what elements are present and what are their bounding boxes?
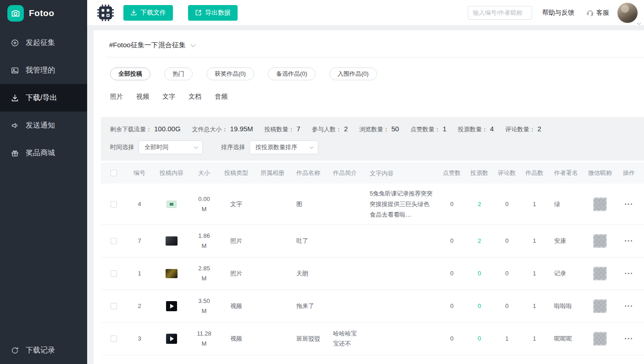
cell-votes[interactable]: 2 (466, 225, 493, 257)
table-row: 23.50M视频拖来了0001啦啦啦··· (101, 290, 644, 323)
cell-votes[interactable]: 0 (466, 258, 493, 290)
brand-logo[interactable]: Fotoo (0, 0, 87, 27)
filter-pill[interactable]: 热门 (164, 67, 193, 80)
sidebar-item-notify[interactable]: 发送通知 (0, 112, 87, 139)
sidebar-item-prizes[interactable]: 奖品商城 (0, 139, 87, 167)
column-header: 投票数 (466, 162, 493, 184)
cell-likes: 0 (438, 258, 466, 290)
row-actions-button[interactable]: ··· (625, 302, 633, 310)
stat-value: 1 (443, 125, 446, 133)
user-avatar[interactable] (617, 3, 638, 23)
sidebar-item-managed[interactable]: 我管理的 (0, 56, 87, 84)
column-header: 所属相册 (255, 162, 290, 184)
filter-pill[interactable]: 全部投稿 (110, 67, 150, 80)
cell-actions: ··· (614, 225, 644, 257)
submission-thumbnail[interactable] (167, 201, 177, 208)
topbar: 下载文件 导出数据 帮助与反馈 客服 (87, 0, 644, 25)
tab-音频[interactable]: 音频 (215, 93, 228, 101)
tab-照片[interactable]: 照片 (110, 93, 123, 101)
stat-item: 参与人数：2 (312, 125, 348, 134)
sort-filter-select[interactable]: 按投票数量排序 (250, 140, 318, 154)
cell-album (255, 225, 290, 257)
sidebar-item-label: 我管理的 (26, 66, 55, 75)
customer-support-link[interactable]: 客服 (586, 9, 609, 17)
sidebar-item-download[interactable]: 下载/导出 (0, 84, 87, 112)
chip-icon[interactable] (96, 4, 115, 22)
sort-filter-label: 排序选择 (221, 143, 245, 151)
stat-item: 投票数量：4 (458, 125, 494, 134)
table-row: 71.86M照片吐了0201安康··· (101, 225, 644, 258)
export-data-button[interactable]: 导出数据 (188, 5, 238, 21)
sidebar-item-label: 下载/导出 (26, 93, 57, 103)
row-checkbox[interactable] (111, 270, 117, 277)
row-actions-button[interactable]: ··· (625, 201, 633, 208)
stat-label: 浏览数量： (359, 125, 389, 134)
filter-pill[interactable]: 备选作品(0) (268, 67, 316, 80)
row-actions-button[interactable]: ··· (625, 335, 633, 342)
row-actions-button[interactable]: ··· (625, 237, 633, 245)
submission-thumbnail[interactable] (166, 301, 177, 311)
cell-checkbox (101, 184, 126, 224)
header-checkbox-cell (101, 162, 126, 184)
column-header: 作品数 (521, 162, 548, 184)
row-checkbox[interactable] (111, 303, 117, 309)
chevron-down-icon[interactable] (190, 42, 195, 47)
cell-votes[interactable]: 2 (466, 184, 493, 224)
cell-actions: ··· (614, 258, 644, 290)
sidebar-item-download-history[interactable]: 下载记录 (0, 341, 87, 360)
cell-votes[interactable]: 0 (466, 290, 493, 322)
cell-actions: ··· (614, 184, 644, 224)
row-checkbox[interactable] (111, 336, 117, 342)
cell-id: 2 (126, 290, 153, 322)
cell-album (255, 290, 290, 322)
submission-thumbnail[interactable] (166, 334, 177, 344)
cell-votes[interactable]: 0 (466, 323, 493, 355)
cell-text: 5兔兔听课记录推荐突突突摸摸提供三巨头绿色食品去看看啦… (364, 184, 438, 224)
submission-thumbnail[interactable] (166, 236, 178, 246)
wechat-avatar-blurred (593, 267, 607, 280)
cell-intro (327, 290, 364, 322)
filter-pill[interactable]: 入围作品(0) (329, 67, 377, 80)
search-input[interactable] (468, 6, 532, 20)
cell-type: 照片 (218, 258, 255, 290)
cell-works: 1 (521, 258, 548, 290)
column-header: 点赞数 (438, 162, 466, 184)
cell-wechat (586, 184, 614, 224)
table-body: 40.00M文字图5兔兔听课记录推荐突突突摸摸提供三巨头绿色食品去看看啦…020… (101, 184, 644, 355)
cell-album (255, 258, 290, 290)
tab-文档[interactable]: 文档 (189, 93, 201, 101)
download-files-button[interactable]: 下载文件 (123, 5, 173, 21)
row-checkbox[interactable] (111, 201, 117, 207)
tab-视频[interactable]: 视频 (136, 93, 149, 101)
tab-文字[interactable]: 文字 (162, 93, 175, 101)
column-header: 投稿类型 (218, 162, 255, 184)
cell-likes: 0 (438, 225, 466, 257)
headset-icon (586, 9, 594, 17)
cell-comments: 1 (493, 323, 521, 355)
cell-album (255, 184, 290, 224)
cell-thumbnail (153, 290, 190, 322)
row-checkbox[interactable] (111, 238, 117, 244)
row-actions-button[interactable]: ··· (625, 270, 633, 277)
wechat-avatar-blurred (593, 299, 607, 313)
stat-item: 剩余下载流量：100.00G (110, 125, 181, 134)
help-feedback-link[interactable]: 帮助与反馈 (542, 9, 574, 17)
sort-filter-value: 按投票数量排序 (255, 143, 297, 151)
sidebar-item-create[interactable]: 发起征集 (0, 29, 87, 56)
submission-thumbnail[interactable] (166, 269, 178, 278)
cell-size: 3.50M (190, 290, 218, 322)
wechat-avatar-blurred (593, 197, 607, 211)
gallery-manage-icon (10, 66, 19, 75)
cell-comments: 0 (493, 258, 521, 290)
cell-intro: 哈哈哈宝宝还不 (327, 323, 364, 355)
avatar-image (617, 3, 638, 23)
cell-wechat (586, 225, 614, 257)
chevron-down-icon (637, 21, 641, 24)
filter-pill[interactable]: 获奖作品(0) (206, 67, 254, 80)
time-filter-select[interactable]: 全部时间 (139, 140, 203, 154)
column-header: 投稿内容 (153, 162, 190, 184)
cell-checkbox (101, 323, 126, 355)
cell-checkbox (101, 225, 126, 257)
select-all-checkbox[interactable] (111, 170, 117, 176)
export-data-label: 导出数据 (205, 9, 231, 17)
